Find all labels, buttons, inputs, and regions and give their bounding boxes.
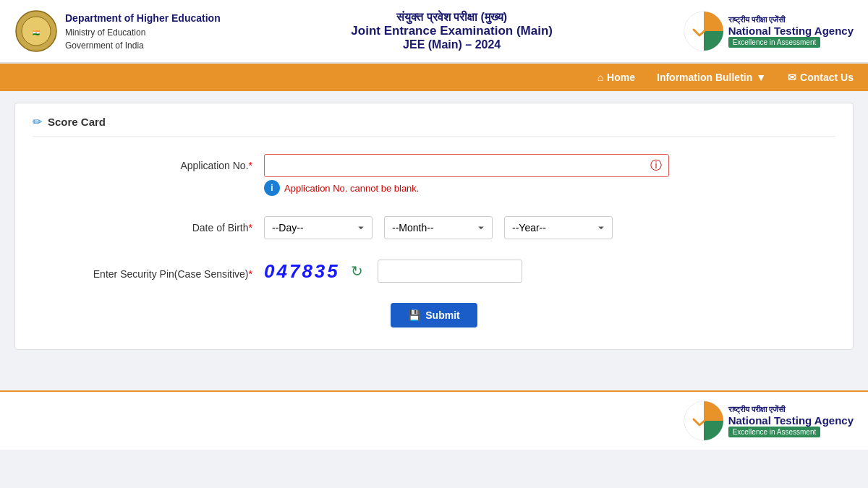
india-emblem: 🇮🇳 bbox=[14, 9, 58, 53]
nta-name-text: National Testing Agency bbox=[728, 25, 854, 37]
footer-nta-hindi: राष्ट्रीय परीक्षा एजेंसी bbox=[728, 405, 785, 414]
error-message: Application No. cannot be blank. bbox=[284, 183, 419, 194]
footer-nta-tagline: Excellence in Assessment bbox=[728, 427, 821, 437]
submit-button[interactable]: 💾 Submit bbox=[391, 303, 477, 328]
dob-month-select[interactable]: --Month-- bbox=[384, 216, 493, 239]
contact-icon: ✉ bbox=[788, 72, 796, 83]
footer-nta-name: National Testing Agency bbox=[728, 414, 854, 427]
exam-title-hindi: संयुक्त प्रवेश परीक्षा (मुख्य) bbox=[221, 11, 684, 24]
nta-logo-circle bbox=[684, 11, 724, 51]
dob-year-select[interactable]: --Year-- bbox=[504, 216, 613, 239]
captcha-area: 047835 ↻ bbox=[264, 260, 835, 283]
ministry-name: Ministry of Education bbox=[65, 26, 221, 39]
footer-nta-logo-circle bbox=[684, 401, 724, 441]
security-pin-field: 047835 ↻ bbox=[264, 260, 835, 283]
application-no-field: ⓘ i Application No. cannot be blank. bbox=[264, 154, 835, 196]
captcha-refresh-button[interactable]: ↻ bbox=[351, 262, 363, 280]
nta-tagline-text: Excellence in Assessment bbox=[728, 37, 821, 48]
footer-nta-text-block: राष्ट्रीय परीक्षा एजेंसी National Testin… bbox=[728, 405, 854, 437]
nav-contact-us[interactable]: ✉ Contact Us bbox=[788, 72, 854, 83]
page-footer: राष्ट्रीय परीक्षा एजेंसी National Testin… bbox=[0, 390, 868, 450]
page-header: 🇮🇳 Department of Higher Education Minist… bbox=[0, 0, 868, 64]
dob-selects: --Day-- --Month-- --Year-- bbox=[264, 216, 835, 239]
captcha-input-wrapper bbox=[378, 260, 522, 283]
svg-text:🇮🇳: 🇮🇳 bbox=[33, 29, 40, 36]
header-right: राष्ट्रीय परीक्षा एजेंसी National Testin… bbox=[684, 11, 854, 51]
security-pin-input[interactable] bbox=[378, 260, 522, 283]
header-left: 🇮🇳 Department of Higher Education Minist… bbox=[14, 9, 221, 53]
dob-field: --Day-- --Month-- --Year-- bbox=[264, 216, 835, 239]
dob-row: Date of Birth* --Day-- --Month-- --Year-… bbox=[33, 216, 835, 239]
nta-text-block: राष्ट्रीय परीक्षा एजेंसी National Testin… bbox=[728, 15, 854, 48]
nta-logo: राष्ट्रीय परीक्षा एजेंसी National Testin… bbox=[684, 11, 854, 51]
captcha-display: 047835 bbox=[264, 260, 344, 283]
govt-name: Government of India bbox=[65, 39, 221, 52]
application-no-input[interactable] bbox=[264, 154, 669, 177]
submit-row: 💾 Submit bbox=[33, 303, 835, 328]
scorecard-title: Score Card bbox=[48, 116, 106, 128]
application-no-input-wrapper: ⓘ bbox=[264, 154, 669, 177]
input-error-icon: ⓘ bbox=[650, 158, 662, 174]
security-pin-row: Enter Security Pin(Case Sensitive)* 0478… bbox=[33, 260, 835, 283]
exam-title-year: JEE (Main) – 2024 bbox=[221, 38, 684, 51]
error-tooltip: i Application No. cannot be blank. bbox=[264, 180, 835, 196]
dob-label: Date of Birth* bbox=[76, 216, 264, 234]
tooltip-info-icon: i bbox=[264, 180, 280, 196]
home-icon: ⌂ bbox=[597, 72, 603, 83]
application-no-label: Application No.* bbox=[76, 154, 264, 171]
submit-icon: 💾 bbox=[408, 309, 420, 321]
dob-day-select[interactable]: --Day-- bbox=[264, 216, 373, 239]
application-no-row: Application No.* ⓘ i Application No. can… bbox=[33, 154, 835, 196]
main-content: ✏ Score Card Application No.* ⓘ i Applic… bbox=[0, 91, 868, 361]
dept-name: Department of Higher Education bbox=[65, 11, 221, 26]
navbar: ⌂ Home Information Bulletin ▼ ✉ Contact … bbox=[0, 64, 868, 91]
exam-title-english: Joint Entrance Examination (Main) bbox=[221, 24, 684, 38]
nav-home[interactable]: ⌂ Home bbox=[597, 72, 635, 83]
scorecard-card: ✏ Score Card Application No.* ⓘ i Applic… bbox=[14, 103, 854, 350]
nta-hindi-text: राष्ट्रीय परीक्षा एजेंसी bbox=[728, 15, 785, 25]
card-header: ✏ Score Card bbox=[33, 115, 835, 137]
header-center: संयुक्त प्रवेश परीक्षा (मुख्य) Joint Ent… bbox=[221, 11, 684, 51]
info-bulletin-label: Information Bulletin bbox=[657, 72, 752, 83]
chevron-down-icon: ▼ bbox=[756, 72, 766, 83]
footer-nta-logo: राष्ट्रीय परीक्षा एजेंसी National Testin… bbox=[684, 401, 854, 441]
dept-info-block: Department of Higher Education Ministry … bbox=[65, 11, 221, 52]
nav-information-bulletin[interactable]: Information Bulletin ▼ bbox=[657, 72, 766, 83]
scorecard-icon: ✏ bbox=[33, 115, 42, 129]
security-pin-label: Enter Security Pin(Case Sensitive)* bbox=[76, 262, 264, 280]
